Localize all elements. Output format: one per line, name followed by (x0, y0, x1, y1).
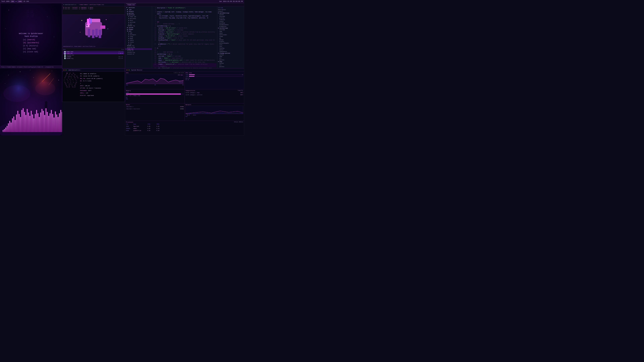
tree-outputs[interactable]: ▶ outputs (125, 10, 152, 12)
outline-editor[interactable]: editor (219, 49, 244, 51)
tree-system[interactable]: ▶ system (125, 27, 152, 28)
file-item-flake-lock[interactable]: 📄 flake.lock 27.5 K (63, 51, 124, 53)
tree-app[interactable]: ▶ app (125, 32, 152, 34)
outline-username[interactable]: username (219, 29, 244, 31)
tree-desktop-png[interactable]: desktop.png (125, 46, 152, 48)
tree-patches[interactable]: ▶ patches (125, 12, 152, 14)
viz-bar-2 (5, 128, 6, 132)
outline-defaultroamdir[interactable]: defaultRoamDir (219, 42, 244, 44)
code-line-1: 1 description = "Flake of LibrePhoenix"; (153, 7, 216, 9)
sysmon-title: System Monitor (131, 69, 142, 71)
tree-lang[interactable]: ▶ lang (125, 36, 152, 37)
outline-nixpkgs-src[interactable]: src (219, 57, 244, 59)
qute-menu-item-quickmarks[interactable]: [b] [Quickmarks] (23, 41, 39, 44)
outline-timezone[interactable]: timezone (219, 19, 244, 21)
outline-dotfilesdir[interactable]: dotfilesDir (219, 34, 244, 36)
viz-bar-6 (10, 122, 12, 132)
sysmon-processes-cell: Processes CPU(%) MEM(%) PIDNameCPU%MEM% … (125, 121, 244, 135)
outline-bootmode[interactable]: bootMode (219, 22, 244, 24)
file-item-license[interactable]: 📄 LICENSE 34.2 K (63, 56, 124, 58)
neofetch-shell: SHELL: zsh (80, 92, 103, 94)
qute-menu-item-closetab[interactable]: [x] [Close tab] (23, 50, 39, 53)
viz-bar-27 (39, 117, 40, 132)
outline-nixpkgs-patches[interactable]: patches (219, 59, 244, 61)
tree-install-sh[interactable]: install.sh (125, 53, 152, 55)
count2: 10S (26, 1, 29, 2)
outline-pkgs-src[interactable]: src (219, 64, 244, 66)
outline-term[interactable]: term (219, 44, 244, 46)
qute-menu-item-newtab[interactable]: [t] [New tab] (23, 47, 39, 50)
qute-menu-item-search[interactable]: [o] [Search] (23, 38, 39, 41)
tree-harden[interactable]: harden.sh (125, 50, 152, 52)
outline-locale[interactable]: locale (219, 21, 244, 22)
qute-menu: [o] [Search] [b] [Quickmarks] [S h] [His… (23, 38, 39, 53)
tree-profiles[interactable]: ▼ profiles (125, 14, 152, 16)
q2-cmd1: $ nix-env --install -a rapidash -f galar (63, 7, 124, 8)
tree-wm[interactable]: ▶ wm (125, 43, 152, 45)
outline-grubdevice[interactable]: grubDevice (219, 26, 244, 27)
file-item-install-nix[interactable]: 📄 install.nix (63, 54, 124, 56)
outline-nixpkgs-name[interactable]: name (219, 56, 244, 57)
file-item-readme[interactable]: 📄 README.org 41.6 K (63, 58, 124, 59)
tree-work[interactable]: ▶ work (125, 19, 152, 21)
outline-bootmountpath[interactable]: bootMountPath (219, 24, 244, 26)
outline-browser[interactable]: browser (219, 41, 244, 42)
code-line-9: 9 systemSettings = { (153, 25, 216, 27)
temp-items: card0 (amdgpu): edge 49°C card0 (amdgpu)… (186, 92, 243, 96)
memory-100-label: 100% (126, 92, 184, 93)
tree-style[interactable]: ▶ style (125, 41, 152, 43)
editor-tab-active[interactable]: flake.nix (126, 3, 136, 6)
q2-title: ● (63, 4, 64, 5)
tree-flake-nix[interactable]: flake.nix (125, 48, 152, 50)
tree-dotfiles[interactable]: ▼ .dotfiles (125, 7, 152, 8)
outline-font[interactable]: font (219, 46, 244, 47)
viz-bar-30 (43, 111, 44, 132)
tree-home-lab[interactable]: ▶ home lab (125, 16, 152, 17)
tree-git[interactable]: ▶ .git (125, 8, 152, 10)
viz-bar-21 (31, 111, 32, 132)
outline-wm[interactable]: wm (219, 37, 244, 39)
sysmon-network-cell: Network ↑ 36.0 ↓ 10.5 60s (185, 103, 244, 121)
tree-themes[interactable]: ▶ themes (125, 28, 152, 30)
tree-pkgs[interactable]: ▶ pkgs (125, 37, 152, 39)
outline-wmtype[interactable]: wmType (219, 39, 244, 41)
tree-personal[interactable]: ▶ personal (125, 17, 152, 19)
outline-nixpkgs-system[interactable]: system (219, 54, 244, 56)
star-deco (8, 10, 9, 10)
outline-nixpkgs-patched[interactable]: ▼ nixpkgs-patched (217, 52, 244, 54)
outline-pkgs-system[interactable]: system (219, 62, 244, 64)
proc-1: 2928 Hyprland 0.3% 0.4% (126, 125, 243, 128)
outline-usersettings[interactable]: ▼ userSettings (217, 27, 244, 29)
outline-spawneditor[interactable]: spawnEditor (219, 51, 244, 52)
tree-user[interactable]: ▼ user (125, 30, 152, 32)
code-line-17: 17 grubDevice = ""; # device identifier … (153, 43, 216, 47)
cpu-bars-list: 100% 11 100% AVG 10 0% 0% (186, 74, 243, 80)
outline-profile[interactable]: profile (219, 17, 244, 19)
file-list-header: Name Size (63, 48, 124, 51)
tree-wsl[interactable]: ▶ wsl (125, 23, 152, 25)
tree-install-org[interactable]: install.org (125, 52, 152, 53)
tree-worklab[interactable]: ▶ worklab (125, 21, 152, 23)
qute-profile-title: Tech Profile (24, 35, 38, 37)
tree-readme-org[interactable]: README.org (125, 25, 152, 27)
outline-outputs[interactable]: outputs (217, 10, 244, 12)
tree-readme2[interactable]: README.org (125, 45, 152, 46)
outline-name[interactable]: name (219, 31, 244, 32)
outline-description[interactable]: description (217, 9, 244, 10)
pixel-art-container: emmet@snowfire /home/emmet/.dotfiles/fla… (62, 14, 125, 48)
outline-fontpkg[interactable]: fontPkg (219, 47, 244, 49)
outline-hostname[interactable]: hostname (219, 15, 244, 17)
outline-pkgs-patches[interactable]: patches (219, 66, 244, 67)
outline-email[interactable]: email (219, 32, 244, 34)
tree-shell[interactable]: ▶ shell (125, 39, 152, 41)
outline-pkgs[interactable]: ▼ pkgs (217, 61, 244, 62)
outline-system[interactable]: system (219, 14, 244, 15)
outline-theme[interactable]: theme (219, 36, 244, 37)
qute-menu-item-history[interactable]: [S h] [History] (23, 44, 39, 47)
qute-ascii-art: . . - - - - - . . . . . . +--+ +--+ . . … (25, 8, 37, 19)
tree-hardware[interactable]: ▶ hardware (125, 34, 152, 36)
memory-bar (126, 93, 184, 95)
file-item-flake-nix[interactable]: 📄 flake.nix 2.26 K (63, 53, 124, 54)
outline-systemsettings[interactable]: ▼ systemSettings (217, 12, 244, 14)
viz-bar-38 (54, 117, 54, 132)
